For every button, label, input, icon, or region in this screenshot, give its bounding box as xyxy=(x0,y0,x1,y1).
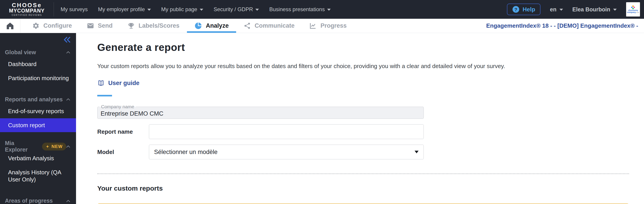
menu-security-gdpr[interactable]: Security / GDPR xyxy=(214,6,259,12)
help-button-label: Help xyxy=(522,6,535,13)
survey-navbar: Configure Send Labels/Scores Analyze xyxy=(0,19,644,33)
language-selector[interactable]: en xyxy=(550,6,563,13)
sidebar-header-label: Reports and analyses xyxy=(5,96,62,103)
page-title: Generate a report xyxy=(97,41,629,53)
cmc-logo-text-2: company xyxy=(627,11,636,13)
model-select[interactable]: Sélectionner un modèle xyxy=(149,145,424,159)
menu-my-employer-profile-label: My employer profile xyxy=(98,6,145,12)
new-badge: NEW xyxy=(42,143,66,150)
report-name-input[interactable] xyxy=(149,124,424,139)
body-row: Global view Dashboard Participation moni… xyxy=(0,33,644,204)
trophy-icon xyxy=(128,22,135,29)
tab-analyze[interactable]: Analyze xyxy=(187,19,236,33)
report-name-row: Report name xyxy=(97,124,424,139)
sidebar-item-dashboard[interactable]: Dashboard xyxy=(0,57,76,71)
app-logo-line2: MYCOMPANY xyxy=(0,8,54,13)
menu-business-presentations-label: Business presentations xyxy=(269,6,325,12)
topbar-right: ? Help en Elea Bourboin xyxy=(507,2,644,16)
home-icon xyxy=(6,21,14,30)
tab-progress[interactable]: Progress xyxy=(302,19,354,33)
collapse-sidebar-button[interactable] xyxy=(64,37,71,43)
open-book-icon xyxy=(97,80,105,87)
model-row: Model Sélectionner un modèle xyxy=(97,145,424,159)
user-menu[interactable]: Elea Bourboin xyxy=(572,6,617,13)
caret-down-icon xyxy=(255,9,259,11)
sidebar-header-global-view[interactable]: Global view xyxy=(0,47,76,57)
app-logo-line1: CHOOSe xyxy=(0,2,54,8)
cmc-logo-suffix: .com xyxy=(636,12,639,13)
sidebar-header-reports-analyses[interactable]: Reports and analyses xyxy=(0,95,76,104)
sidebar-item-label: Participation monitoring xyxy=(8,75,69,82)
chevron-up-icon xyxy=(66,51,70,54)
model-label: Model xyxy=(97,149,149,156)
sidebar-section-areas-of-progress: Areas of progress Key actions xyxy=(0,196,76,204)
language-value: en xyxy=(550,6,556,13)
main-content: Generate a report Your custom reports al… xyxy=(76,33,644,204)
sidebar-item-end-of-survey-reports[interactable]: End-of-survey reports xyxy=(0,104,76,118)
chevron-up-icon xyxy=(66,200,70,202)
sidebar-item-verbatim-analysis[interactable]: Verbatim Analysis xyxy=(0,151,76,165)
accent-rule xyxy=(97,95,112,97)
sidebar-item-custom-report[interactable]: Custom report xyxy=(0,118,76,132)
model-select-value: Sélectionner un modèle xyxy=(154,149,218,156)
tab-labels-scores-label: Labels/Scores xyxy=(139,22,180,29)
company-name-label: Company name xyxy=(99,104,136,109)
tab-communicate[interactable]: Communicate xyxy=(236,19,302,33)
pie-chart-icon xyxy=(194,22,202,30)
sidebar-section-mia-explorer: Mia Explorer NEW Verbatim Analysis xyxy=(0,141,76,187)
sparkle-icon xyxy=(46,145,50,148)
menu-my-public-page[interactable]: My public page xyxy=(161,6,203,12)
menu-security-gdpr-label: Security / GDPR xyxy=(214,6,253,12)
caret-down-icon xyxy=(147,9,151,11)
company-name-value: Entreprise DEMO CMC xyxy=(98,109,424,117)
sidebar-collapse-row xyxy=(0,33,76,43)
user-guide-link[interactable]: User guide xyxy=(97,80,140,87)
tab-configure-label: Configure xyxy=(44,22,72,29)
sidebar-header-mia-explorer[interactable]: Mia Explorer NEW xyxy=(0,141,76,151)
tab-configure[interactable]: Configure xyxy=(25,19,80,33)
report-name-label: Report name xyxy=(97,128,149,135)
survey-title[interactable]: EngagementIndex® 18 - - [DEMO] Engagemen… xyxy=(486,22,644,29)
caret-down-icon xyxy=(560,9,563,11)
app-logo-tagline: CERTIFIED REVIEWS xyxy=(0,14,54,16)
double-chevron-left-icon xyxy=(64,37,71,43)
cmc-corner-logo: choosemy company.com xyxy=(626,2,640,16)
tab-analyze-label: Analyze xyxy=(206,22,229,29)
new-badge-label: NEW xyxy=(52,144,62,149)
tab-labels-scores[interactable]: Labels/Scores xyxy=(120,19,187,33)
company-name-field: Company name Entreprise DEMO CMC xyxy=(97,104,424,119)
nav-tabs: Configure Send Labels/Scores Analyze xyxy=(20,19,354,33)
question-circle-icon: ? xyxy=(512,6,520,13)
topbar-divider xyxy=(54,2,54,16)
section-divider xyxy=(97,173,629,174)
home-tab[interactable] xyxy=(0,19,20,33)
sidebar: Global view Dashboard Participation moni… xyxy=(0,33,76,204)
sidebar-section-global-view: Global view Dashboard Participation moni… xyxy=(0,47,76,85)
page-description: Your custom reports allow you to analyze… xyxy=(97,63,629,70)
tab-communicate-label: Communicate xyxy=(255,22,295,29)
caret-down-icon xyxy=(327,9,331,11)
menu-my-employer-profile[interactable]: My employer profile xyxy=(98,6,151,12)
envelope-icon xyxy=(87,22,94,29)
gear-icon xyxy=(32,22,40,29)
sidebar-section-reports-analyses: Reports and analyses End-of-survey repor… xyxy=(0,95,76,132)
sidebar-item-participation-monitoring[interactable]: Participation monitoring xyxy=(0,71,76,85)
sidebar-header-label: Areas of progress xyxy=(5,198,53,204)
menu-my-surveys[interactable]: My surveys xyxy=(60,6,88,12)
menu-business-presentations[interactable]: Business presentations xyxy=(269,6,331,12)
cmc-pinwheel-icon xyxy=(631,5,635,9)
help-button[interactable]: ? Help xyxy=(507,3,540,15)
tab-send[interactable]: Send xyxy=(80,19,120,33)
share-icon xyxy=(244,22,251,29)
user-guide-label: User guide xyxy=(108,80,140,87)
app-logo[interactable]: CHOOSe MYCOMPANY CERTIFIED REVIEWS xyxy=(0,2,54,16)
tab-send-label: Send xyxy=(98,22,113,29)
custom-reports-title: Your custom reports xyxy=(97,185,629,192)
sidebar-header-areas-of-progress[interactable]: Areas of progress xyxy=(0,196,76,204)
tab-progress-label: Progress xyxy=(320,22,346,29)
line-chart-icon xyxy=(309,22,317,29)
sidebar-item-analysis-history[interactable]: Analysis History (QA User Only) xyxy=(0,165,76,187)
caret-down-icon xyxy=(613,9,617,11)
sidebar-header-label: Mia Explorer xyxy=(5,140,38,153)
user-name: Elea Bourboin xyxy=(572,6,610,13)
